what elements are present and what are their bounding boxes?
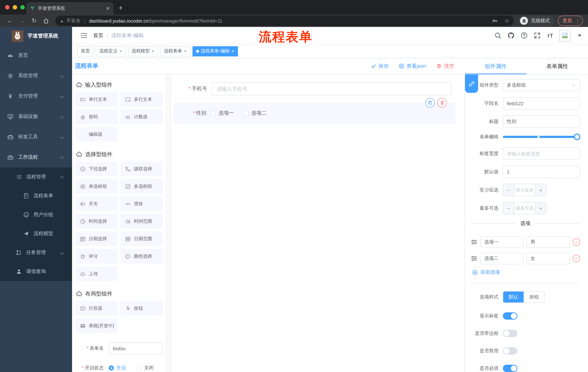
palette-item-time-picker[interactable]: 时间选择 bbox=[75, 214, 117, 229]
checkbox-label[interactable]: 选项二 bbox=[252, 110, 267, 117]
grid-slider[interactable] bbox=[503, 136, 577, 138]
palette-item-upload[interactable]: 上传 bbox=[75, 266, 117, 281]
doc-link-tag[interactable] bbox=[465, 74, 478, 93]
option-label-input[interactable] bbox=[480, 253, 524, 264]
sidebar-item-devtools[interactable]: 研发工具 bbox=[0, 127, 72, 147]
tab-close-icon[interactable]: ✕ bbox=[106, 5, 110, 11]
bookmark-star-icon[interactable]: ☆ bbox=[504, 18, 509, 24]
status-on-radio[interactable] bbox=[109, 365, 114, 371]
palette-item-time-range[interactable]: 时间范围 bbox=[120, 214, 163, 229]
palette-item-counter[interactable]: 123 计数器 bbox=[120, 110, 163, 124]
view-json-button[interactable]: 查看json bbox=[399, 63, 426, 69]
palette-item-slider[interactable]: 滑块 bbox=[120, 197, 163, 211]
form-canvas[interactable]: 手机号 性别 bbox=[171, 74, 465, 372]
checkbox-icon[interactable] bbox=[243, 111, 249, 116]
form-name-input[interactable] bbox=[109, 342, 163, 354]
sidebar-item-payment[interactable]: ¥ 支付管理 bbox=[0, 86, 72, 106]
help-icon[interactable] bbox=[521, 32, 528, 39]
option-value-input[interactable] bbox=[526, 236, 570, 248]
tag-close-icon[interactable]: × bbox=[184, 48, 187, 54]
decrease-icon[interactable]: − bbox=[503, 202, 514, 214]
address-bar[interactable]: ▲ 不安全 | dashboard.yudao.iocoder.cn/bpm/m… bbox=[55, 16, 514, 26]
palette-item-editor[interactable]: 编辑器 bbox=[75, 127, 117, 142]
tag-home[interactable]: 首页 bbox=[77, 46, 94, 56]
browser-update-button[interactable]: 更新 ⋮ bbox=[558, 16, 583, 26]
palette-item-rate[interactable]: 评分 bbox=[75, 249, 117, 264]
increase-icon[interactable]: + bbox=[535, 202, 546, 214]
status-off-radio[interactable] bbox=[136, 365, 142, 371]
slider-thumb[interactable] bbox=[574, 134, 580, 140]
sidebar-item-process-model[interactable]: 流程模型 bbox=[0, 224, 72, 243]
tag-process-form[interactable]: 流程表单× bbox=[160, 46, 190, 56]
tag-process-form-edit[interactable]: 流程表单-编辑× bbox=[192, 46, 238, 56]
decrease-icon[interactable]: − bbox=[503, 184, 514, 196]
tab-component-props[interactable]: 组件属性 bbox=[465, 58, 526, 74]
gender-option-1[interactable]: 选项一 bbox=[211, 110, 234, 117]
back-icon[interactable]: ← bbox=[7, 18, 13, 24]
browser-menu-icon[interactable]: ⋮ bbox=[575, 18, 580, 24]
sidebar-item-leave-query[interactable]: 请假查询 bbox=[0, 262, 72, 281]
app-logo-row[interactable]: 芋道管理系统 bbox=[0, 27, 72, 45]
sidebar-item-home[interactable]: 首页 bbox=[0, 45, 72, 65]
disabled-switch[interactable] bbox=[503, 347, 517, 354]
palette-item-date-range[interactable]: 日期范围 bbox=[120, 232, 163, 246]
component-type-select[interactable]: 多选框组 bbox=[503, 79, 580, 91]
remove-option-icon[interactable]: − bbox=[573, 238, 580, 246]
tag-process-definition[interactable]: 流程定义× bbox=[96, 46, 126, 56]
palette-item-password[interactable]: 密码 bbox=[75, 110, 117, 124]
option-value-input[interactable] bbox=[526, 253, 570, 264]
palette-item-cascader[interactable]: 级联选择 bbox=[120, 162, 163, 176]
gender-option-2[interactable]: 选项二 bbox=[243, 110, 267, 117]
security-label[interactable]: 不安全 bbox=[66, 18, 81, 24]
label-width-input[interactable] bbox=[503, 148, 580, 160]
drag-handle-icon[interactable] bbox=[471, 239, 477, 245]
new-tab-button[interactable]: + bbox=[119, 4, 123, 12]
remove-option-icon[interactable]: − bbox=[573, 255, 580, 262]
copy-component-button[interactable] bbox=[425, 98, 435, 107]
required-switch[interactable] bbox=[503, 365, 517, 372]
fullscreen-icon[interactable] bbox=[534, 32, 541, 39]
palette-item-row-container[interactable]: 行容器 bbox=[75, 301, 117, 316]
tag-close-icon[interactable]: × bbox=[119, 48, 122, 54]
phone-input[interactable] bbox=[211, 82, 452, 95]
forward-icon[interactable]: → bbox=[19, 18, 25, 24]
tag-process-model[interactable]: 流程模型× bbox=[128, 46, 158, 56]
avatar-caret-icon[interactable] bbox=[578, 34, 581, 37]
palette-item-button[interactable]: 按钮 bbox=[120, 301, 163, 316]
add-option-button[interactable]: 添加选项 bbox=[472, 269, 580, 276]
drag-handle-icon[interactable] bbox=[471, 255, 477, 262]
clear-button[interactable]: 清空 bbox=[436, 63, 454, 69]
style-button-button[interactable]: 按钮 bbox=[524, 292, 544, 302]
show-label-switch[interactable] bbox=[503, 312, 517, 319]
palette-scrollbar[interactable] bbox=[166, 74, 171, 372]
border-switch[interactable] bbox=[503, 330, 517, 337]
close-window-button[interactable] bbox=[5, 5, 10, 10]
delete-component-button[interactable] bbox=[437, 98, 447, 107]
browser-tab[interactable]: 芋道管理系统 ✕ bbox=[26, 2, 114, 15]
minimize-window-button[interactable] bbox=[13, 5, 17, 10]
sidebar-item-process-form[interactable]: 流程表单 bbox=[0, 186, 72, 205]
option-label-input[interactable] bbox=[480, 236, 524, 248]
palette-item-switch[interactable]: 开关 bbox=[75, 197, 117, 211]
palette-item-date-picker[interactable]: 日期选择 bbox=[75, 232, 117, 246]
selected-component[interactable]: 性别 选项一 选项二 bbox=[174, 103, 456, 124]
canvas-phone-field[interactable]: 手机号 bbox=[174, 82, 452, 95]
field-name-input[interactable] bbox=[503, 97, 580, 110]
canvas-gender-field[interactable]: 性别 选项一 选项二 bbox=[174, 110, 456, 117]
tag-close-icon[interactable]: × bbox=[152, 48, 154, 54]
font-size-icon[interactable]: ᴛT bbox=[547, 32, 553, 39]
status-on-label[interactable]: 开启 bbox=[116, 365, 126, 371]
palette-item-select[interactable]: 下拉选择 bbox=[75, 162, 117, 176]
palette-item-table[interactable]: 表格[开发中] bbox=[75, 319, 117, 333]
save-button[interactable]: 保存 bbox=[371, 63, 389, 69]
default-value-input[interactable] bbox=[503, 166, 580, 178]
key-icon[interactable] bbox=[492, 18, 498, 24]
palette-item-single-text[interactable]: 单行文本 bbox=[75, 92, 117, 107]
title-input[interactable] bbox=[503, 115, 580, 128]
home-icon[interactable] bbox=[43, 18, 49, 24]
sidebar-item-user-group[interactable]: 用户分组 bbox=[0, 205, 72, 224]
max-select-value[interactable]: 最多可选 bbox=[514, 202, 535, 214]
tab-form-props[interactable]: 表单属性 bbox=[526, 58, 588, 74]
search-icon[interactable] bbox=[495, 32, 502, 39]
style-default-button[interactable]: 默认 bbox=[503, 292, 524, 302]
